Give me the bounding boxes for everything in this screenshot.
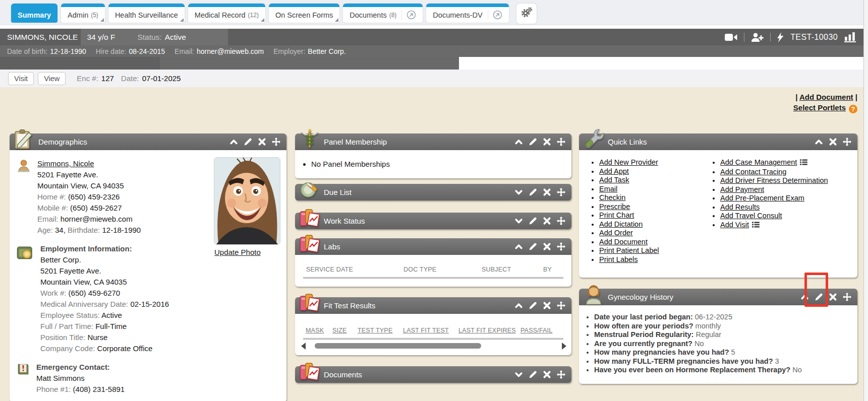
edit-icon[interactable] [529,217,537,225]
quick-link[interactable]: Add Case Management [720,158,797,166]
expand-icon[interactable] [514,217,523,225]
tab-medical-record[interactable]: Medical Record(12) [188,4,265,23]
collapse-icon[interactable] [514,242,523,251]
tab-on-screen-forms[interactable]: On Screen Forms [269,4,339,23]
menu-grid-icon[interactable] [800,159,807,168]
quick-link[interactable]: Print Patient Label [599,246,659,254]
encounter-bar: Visit View Enc #: 127 Date: 07-01-2025 [0,70,864,87]
move-icon[interactable] [557,188,565,196]
portlet-quick-links: Quick Links Add New Provider Add Appt Ad… [579,133,857,278]
popout-icon[interactable] [401,10,416,20]
sort-column[interactable]: MASK [306,327,332,334]
summary-portlet-area: | Add Document | Select Portlets? Demogr… [0,87,864,401]
add-person-icon[interactable] [751,33,764,42]
sort-column[interactable]: LAST FIT EXPIRES [458,327,520,334]
move-icon[interactable] [557,301,565,310]
sort-column[interactable]: TEST TYPE [358,327,403,334]
tab-documents[interactable]: Documents(8) [343,4,423,23]
move-icon[interactable] [843,293,851,301]
move-icon[interactable] [272,138,280,146]
quick-link[interactable]: Add Payment [720,185,764,193]
quick-link[interactable]: Add Appt [599,167,629,175]
move-icon[interactable] [557,370,565,379]
status-label: Status: [137,33,161,42]
tab-documents-dv[interactable]: Documents-DV [426,4,508,23]
portlet-panel-membership: Panel Membership No Panel Memberships [295,133,571,178]
quick-link[interactable]: Print Chart [599,211,634,219]
quick-link[interactable]: Add New Provider [599,158,658,166]
patient-photo[interactable] [214,157,280,245]
expand-icon[interactable] [514,370,523,379]
close-icon[interactable] [258,138,266,146]
help-icon[interactable]: ? [849,105,857,113]
chart-tab-bar: Summary Admin(5) Health Surveillance Med… [0,0,864,25]
flowsheet-chart-icon[interactable] [844,32,856,42]
sort-column[interactable]: PASS/FAIL [520,327,552,334]
popout-icon[interactable] [488,10,502,20]
tab-admin[interactable]: Admin(5) [61,4,105,23]
patient-name-link[interactable]: Simmons, Nicole [37,159,94,168]
close-icon[interactable] [543,370,551,379]
close-icon[interactable] [543,217,551,225]
video-call-icon[interactable] [725,33,737,41]
sort-column[interactable]: LAST FIT TEST [403,327,458,334]
quick-link[interactable]: Print Labels [599,255,638,263]
move-icon[interactable] [843,138,851,146]
select-portlets-link[interactable]: Select Portlets [793,103,846,112]
menu-grid-icon[interactable] [752,221,760,230]
edit-icon[interactable] [529,188,537,196]
quick-link[interactable]: Prescribe [599,203,630,211]
tab-summary[interactable]: Summary [11,4,57,23]
quick-link[interactable]: Add Results [720,203,760,211]
view-button[interactable]: View [38,72,66,85]
collapse-icon[interactable] [815,138,823,146]
quick-link[interactable]: Add Contact Tracing [720,168,786,176]
visit-button[interactable]: Visit [8,72,34,85]
quick-link[interactable]: Add Driver Fitness Determination [720,176,828,184]
move-icon[interactable] [557,138,565,146]
quick-link[interactable]: Checkin [599,193,625,202]
quick-link[interactable]: Email [599,185,617,193]
scroll-left-icon[interactable] [301,343,306,350]
close-icon[interactable] [543,138,551,146]
move-icon[interactable] [557,217,565,225]
quick-link[interactable]: Add Order [599,229,633,237]
collapse-icon[interactable] [514,301,523,310]
move-icon[interactable] [557,242,565,251]
edit-icon[interactable] [529,242,537,251]
add-document-link[interactable]: Add Document [799,93,853,101]
sort-column[interactable]: SIZE [332,327,358,334]
expand-icon[interactable] [514,188,523,196]
close-icon[interactable] [829,293,837,301]
quick-link[interactable]: Add Dictation [599,220,643,228]
vertical-scrollbar[interactable] [863,0,868,401]
edit-icon[interactable] [529,301,537,310]
quick-action-bolt-icon[interactable] [777,32,784,42]
close-icon[interactable] [829,138,837,146]
close-icon[interactable] [543,301,551,310]
close-icon[interactable] [543,188,551,196]
edit-icon[interactable] [244,138,252,146]
collapse-icon[interactable] [514,138,523,146]
edit-icon[interactable] [529,138,537,146]
patient-hire-date: 08-24-2015 [129,47,165,55]
emergency-book-icon [17,362,30,395]
scrollbar-thumb[interactable] [315,343,481,349]
scroll-right-icon[interactable] [562,343,566,350]
quick-link[interactable]: Add Task [599,176,629,184]
quick-link[interactable]: Add Visit [720,221,749,229]
update-photo-link[interactable]: Update Photo [214,248,261,256]
portlet-title: Gynecology History [608,293,673,301]
tab-health-surveillance[interactable]: Health Surveillance [108,4,185,23]
quick-link[interactable]: Add Document [599,238,648,246]
collapse-icon[interactable] [229,138,238,146]
chart-book-icon [299,361,321,383]
edit-icon[interactable] [529,370,537,379]
quick-link[interactable]: Add Pre-Placement Exam [720,194,804,202]
quick-link[interactable]: Add Travel Consult [720,212,782,220]
portlet-title: Labs [324,242,340,251]
portlet-labs: Labs SERVICE DATE DOC TYPE SUBJECT BY [295,238,571,287]
tab-settings-button[interactable] [516,4,537,24]
due-list-icon [299,178,321,201]
close-icon[interactable] [543,242,551,251]
